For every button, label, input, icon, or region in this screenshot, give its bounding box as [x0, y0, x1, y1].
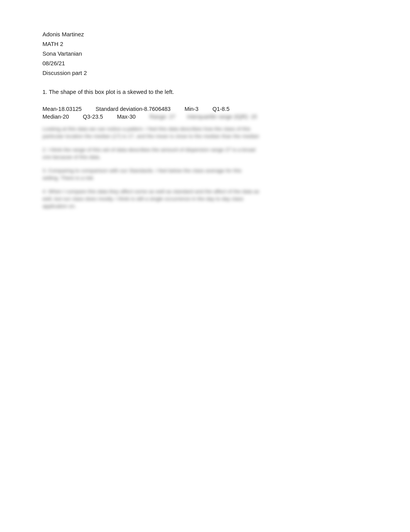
- blurred-paragraph-1: Looking at this data we can notice a pat…: [42, 126, 368, 139]
- date: 08/26/21: [42, 60, 368, 66]
- min-value: 3: [195, 106, 198, 112]
- blurred-p3-line2: setting. There is a risk: [42, 175, 368, 181]
- max-label: Max-: [117, 114, 129, 120]
- median-value: 20: [63, 114, 69, 120]
- mean-stat: Mean-18.03125: [42, 106, 82, 112]
- instructor: Sona Vartanian: [42, 50, 368, 57]
- std-stat: Standard deviation-8.7606483: [96, 106, 171, 112]
- range-stat-blurred: Range: 27: [149, 114, 175, 120]
- question-1-label: 1. The shape of this box plot is a skewe…: [42, 88, 368, 95]
- blurred-p1-line1: Looking at this data we can notice a pat…: [42, 126, 368, 132]
- q1-value: 8.5: [222, 106, 229, 112]
- q3-value: 23.5: [92, 114, 103, 120]
- std-label: Standard deviation-: [96, 106, 144, 112]
- blurred-p4-line1: 4. When I compare this data they affect …: [42, 189, 368, 194]
- iqr-stat-blurred: Interquartile range (IQR): 15: [187, 114, 257, 120]
- blurred-p2-line2: one because of this data.: [42, 154, 368, 160]
- blurred-p4-line2: well, but our class does mostly. I think…: [42, 196, 368, 202]
- q1-label: Q1-: [212, 106, 222, 112]
- blurred-p3-line1: 3. Comparing to comparison with our Stan…: [42, 168, 368, 173]
- min-stat: Min-3: [185, 106, 198, 112]
- stats-row-1: Mean-18.03125 Standard deviation-8.76064…: [42, 106, 368, 112]
- min-label: Min-: [185, 106, 195, 112]
- max-stat: Max-30: [117, 114, 136, 120]
- median-stat: Median-20: [42, 114, 69, 120]
- assignment: Discussion part 2: [42, 70, 368, 76]
- q3-stat: Q3-23.5: [83, 114, 103, 120]
- std-value: 8.7606483: [144, 106, 171, 112]
- blurred-p1-line2: particular location the median (17) is 1…: [42, 133, 368, 139]
- blurred-paragraph-4: 4. When I compare this data they affect …: [42, 189, 368, 209]
- blurred-p2-line1: 2. I think the range of this set of data…: [42, 147, 368, 153]
- blurred-p4-line3: application on.: [42, 203, 368, 209]
- course: MATH 2: [42, 41, 368, 47]
- blurred-paragraph-2: 2. I think the range of this set of data…: [42, 147, 368, 160]
- mean-label: Mean-: [42, 106, 58, 112]
- max-value: 30: [129, 114, 136, 120]
- q3-label: Q3-: [83, 114, 92, 120]
- author-name: Adonis Martinez: [42, 31, 368, 37]
- blurred-paragraph-3: 3. Comparing to comparison with our Stan…: [42, 168, 368, 181]
- stats-row-2: Median-20 Q3-23.5 Max-30 Range: 27 Inter…: [42, 114, 368, 120]
- q1-stat: Q1-8.5: [212, 106, 229, 112]
- mean-value: 18.03125: [58, 106, 81, 112]
- median-label: Median-: [42, 114, 63, 120]
- header-block: Adonis Martinez MATH 2 Sona Vartanian 08…: [42, 31, 368, 76]
- page: Adonis Martinez MATH 2 Sona Vartanian 08…: [0, 0, 410, 532]
